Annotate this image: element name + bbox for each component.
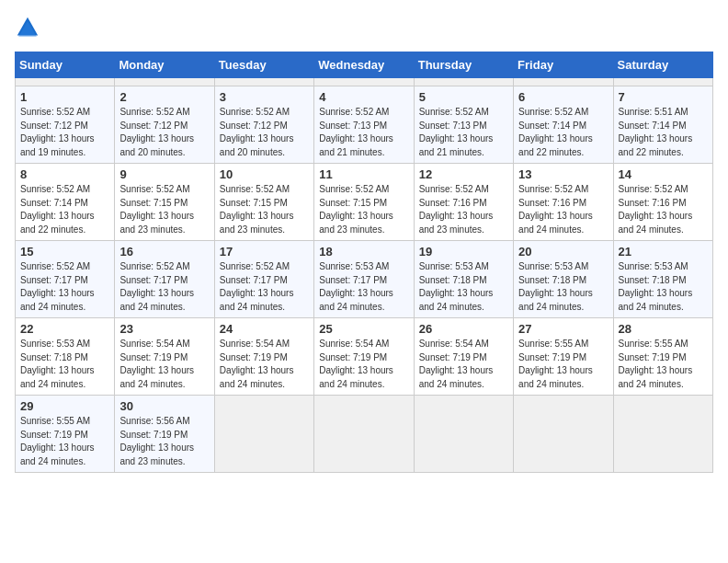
calendar-cell: 11Sunrise: 5:52 AMSunset: 7:15 PMDayligh… (314, 164, 414, 241)
day-info: Sunrise: 5:52 AMSunset: 7:12 PMDaylight:… (119, 106, 209, 159)
day-number: 19 (419, 245, 508, 259)
day-info: Sunrise: 5:52 AMSunset: 7:13 PMDaylight:… (419, 106, 508, 159)
day-number: 28 (619, 322, 708, 336)
calendar-cell: 18Sunrise: 5:53 AMSunset: 7:17 PMDayligh… (314, 241, 414, 318)
day-info: Sunrise: 5:52 AMSunset: 7:14 PMDaylight:… (20, 183, 109, 236)
calendar-cell: 3Sunrise: 5:52 AMSunset: 7:12 PMDaylight… (214, 86, 313, 164)
calendar-cell: 9Sunrise: 5:52 AMSunset: 7:15 PMDaylight… (115, 164, 214, 241)
calendar-header-wednesday: Wednesday (314, 52, 414, 78)
calendar-cell: 22Sunrise: 5:53 AMSunset: 7:18 PMDayligh… (16, 318, 115, 396)
calendar-cell: 25Sunrise: 5:54 AMSunset: 7:19 PMDayligh… (314, 318, 414, 396)
day-number: 11 (319, 167, 408, 181)
calendar-cell: 1Sunrise: 5:52 AMSunset: 7:12 PMDaylight… (16, 86, 115, 164)
day-number: 21 (619, 245, 708, 259)
calendar-cell: 20Sunrise: 5:53 AMSunset: 7:18 PMDayligh… (514, 241, 613, 318)
day-number: 20 (518, 245, 608, 259)
calendar-cell: 6Sunrise: 5:52 AMSunset: 7:14 PMDaylight… (514, 86, 613, 164)
calendar-cell (115, 78, 214, 86)
day-info: Sunrise: 5:56 AMSunset: 7:19 PMDaylight:… (119, 415, 209, 468)
calendar-cell (314, 396, 414, 473)
calendar-week-3: 8Sunrise: 5:52 AMSunset: 7:14 PMDaylight… (16, 164, 713, 241)
day-number: 27 (518, 322, 608, 336)
day-info: Sunrise: 5:52 AMSunset: 7:12 PMDaylight:… (20, 106, 109, 159)
page-header (15, 15, 713, 40)
calendar-header-monday: Monday (115, 52, 214, 78)
day-info: Sunrise: 5:52 AMSunset: 7:15 PMDaylight:… (319, 183, 408, 236)
day-info: Sunrise: 5:52 AMSunset: 7:17 PMDaylight:… (220, 260, 309, 314)
day-info: Sunrise: 5:55 AMSunset: 7:19 PMDaylight:… (20, 415, 109, 468)
logo (15, 15, 44, 40)
day-number: 15 (20, 245, 109, 259)
day-number: 18 (319, 245, 408, 259)
day-number: 14 (619, 167, 708, 181)
calendar-cell: 30Sunrise: 5:56 AMSunset: 7:19 PMDayligh… (115, 396, 214, 473)
day-info: Sunrise: 5:55 AMSunset: 7:19 PMDaylight:… (518, 338, 608, 391)
calendar-cell (613, 396, 712, 473)
calendar-cell: 29Sunrise: 5:55 AMSunset: 7:19 PMDayligh… (16, 396, 115, 473)
day-info: Sunrise: 5:53 AMSunset: 7:17 PMDaylight:… (319, 260, 408, 314)
day-number: 3 (220, 90, 309, 104)
logo-icon (15, 15, 40, 40)
day-number: 22 (20, 322, 109, 336)
day-info: Sunrise: 5:52 AMSunset: 7:16 PMDaylight:… (619, 183, 708, 236)
calendar-cell: 2Sunrise: 5:52 AMSunset: 7:12 PMDaylight… (115, 86, 214, 164)
calendar-cell: 17Sunrise: 5:52 AMSunset: 7:17 PMDayligh… (214, 241, 313, 318)
day-info: Sunrise: 5:53 AMSunset: 7:18 PMDaylight:… (20, 338, 109, 391)
day-number: 9 (119, 167, 209, 181)
calendar-week-4: 15Sunrise: 5:52 AMSunset: 7:17 PMDayligh… (16, 241, 713, 318)
day-info: Sunrise: 5:54 AMSunset: 7:19 PMDaylight:… (319, 338, 408, 391)
calendar-table: SundayMondayTuesdayWednesdayThursdayFrid… (15, 52, 713, 473)
day-number: 2 (119, 90, 209, 104)
calendar-cell: 21Sunrise: 5:53 AMSunset: 7:18 PMDayligh… (613, 241, 712, 318)
day-number: 8 (20, 167, 109, 181)
calendar-week-1 (16, 78, 713, 86)
calendar-cell (414, 78, 513, 86)
day-info: Sunrise: 5:52 AMSunset: 7:16 PMDaylight:… (419, 183, 508, 236)
day-number: 6 (518, 90, 608, 104)
calendar-cell (414, 396, 513, 473)
day-info: Sunrise: 5:55 AMSunset: 7:19 PMDaylight:… (619, 338, 708, 391)
calendar-cell: 28Sunrise: 5:55 AMSunset: 7:19 PMDayligh… (613, 318, 712, 396)
day-number: 23 (119, 322, 209, 336)
calendar-cell: 4Sunrise: 5:52 AMSunset: 7:13 PMDaylight… (314, 86, 414, 164)
day-info: Sunrise: 5:54 AMSunset: 7:19 PMDaylight:… (419, 338, 508, 391)
calendar-week-5: 22Sunrise: 5:53 AMSunset: 7:18 PMDayligh… (16, 318, 713, 396)
calendar-cell: 16Sunrise: 5:52 AMSunset: 7:17 PMDayligh… (115, 241, 214, 318)
day-info: Sunrise: 5:52 AMSunset: 7:17 PMDaylight:… (20, 260, 109, 314)
day-number: 7 (619, 90, 708, 104)
day-info: Sunrise: 5:52 AMSunset: 7:17 PMDaylight:… (119, 260, 209, 314)
day-number: 17 (220, 245, 309, 259)
calendar-cell: 24Sunrise: 5:54 AMSunset: 7:19 PMDayligh… (214, 318, 313, 396)
calendar-cell (214, 396, 313, 473)
day-number: 25 (319, 322, 408, 336)
calendar-cell: 8Sunrise: 5:52 AMSunset: 7:14 PMDaylight… (16, 164, 115, 241)
calendar-header-thursday: Thursday (414, 52, 513, 78)
calendar-cell: 12Sunrise: 5:52 AMSunset: 7:16 PMDayligh… (414, 164, 513, 241)
calendar-cell (514, 396, 613, 473)
day-number: 4 (319, 90, 408, 104)
calendar-cell: 27Sunrise: 5:55 AMSunset: 7:19 PMDayligh… (514, 318, 613, 396)
calendar-cell: 7Sunrise: 5:51 AMSunset: 7:14 PMDaylight… (613, 86, 712, 164)
day-number: 1 (20, 90, 109, 104)
day-info: Sunrise: 5:52 AMSunset: 7:15 PMDaylight:… (119, 183, 209, 236)
day-number: 29 (20, 399, 109, 413)
day-info: Sunrise: 5:54 AMSunset: 7:19 PMDaylight:… (220, 338, 309, 391)
day-info: Sunrise: 5:52 AMSunset: 7:13 PMDaylight:… (319, 106, 408, 159)
calendar-cell (16, 78, 115, 86)
calendar-cell: 10Sunrise: 5:52 AMSunset: 7:15 PMDayligh… (214, 164, 313, 241)
day-number: 24 (220, 322, 309, 336)
day-info: Sunrise: 5:53 AMSunset: 7:18 PMDaylight:… (419, 260, 508, 314)
calendar-cell (214, 78, 313, 86)
calendar-cell: 19Sunrise: 5:53 AMSunset: 7:18 PMDayligh… (414, 241, 513, 318)
calendar-header-tuesday: Tuesday (214, 52, 313, 78)
calendar-body: 1Sunrise: 5:52 AMSunset: 7:12 PMDaylight… (16, 78, 713, 473)
calendar-header-row: SundayMondayTuesdayWednesdayThursdayFrid… (16, 52, 713, 78)
day-number: 26 (419, 322, 508, 336)
day-number: 30 (119, 399, 209, 413)
calendar-cell: 14Sunrise: 5:52 AMSunset: 7:16 PMDayligh… (613, 164, 712, 241)
calendar-cell: 26Sunrise: 5:54 AMSunset: 7:19 PMDayligh… (414, 318, 513, 396)
day-info: Sunrise: 5:52 AMSunset: 7:12 PMDaylight:… (220, 106, 309, 159)
day-info: Sunrise: 5:52 AMSunset: 7:16 PMDaylight:… (518, 183, 608, 236)
calendar-cell: 5Sunrise: 5:52 AMSunset: 7:13 PMDaylight… (414, 86, 513, 164)
day-info: Sunrise: 5:51 AMSunset: 7:14 PMDaylight:… (619, 106, 708, 159)
